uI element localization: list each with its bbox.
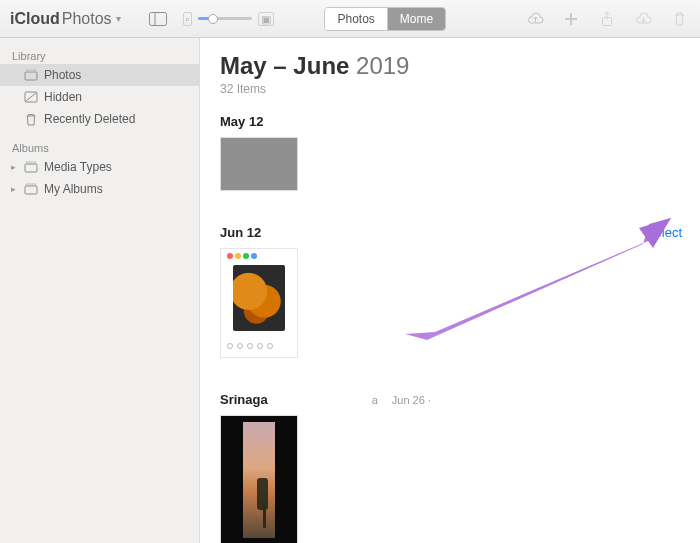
photo-thumbnail[interactable]	[220, 248, 298, 358]
upload-cloud-icon[interactable]	[524, 10, 546, 28]
sidebar-item-label: Media Types	[44, 160, 112, 174]
trash-icon	[24, 112, 38, 126]
svg-rect-0	[149, 12, 166, 25]
sidebar-item-recently-deleted[interactable]: ▸ Recently Deleted	[0, 108, 199, 130]
view-segmented-control: Photos Mome	[324, 7, 446, 31]
sidebar-item-label: Hidden	[44, 90, 82, 104]
sidebar-item-hidden[interactable]: ▸ Hidden	[0, 86, 199, 108]
app-name-rest: Photos	[62, 10, 112, 28]
content: May – June 2019 32 Items May 12 Jun 12 S…	[200, 38, 700, 543]
app-title[interactable]: iCloud Photos ▾	[10, 10, 121, 28]
svg-rect-9	[25, 186, 37, 194]
svg-rect-7	[25, 164, 37, 172]
toolbar-right	[524, 10, 690, 28]
album-icon	[24, 182, 38, 196]
sidebar-item-label: My Albums	[44, 182, 103, 196]
view-moments-tab[interactable]: Mome	[387, 8, 445, 30]
svg-line-6	[26, 93, 36, 101]
add-icon[interactable]	[560, 10, 582, 28]
sidebar-item-label: Recently Deleted	[44, 112, 135, 126]
sidebar-section-albums: Albums	[0, 138, 199, 156]
svg-rect-3	[25, 72, 37, 80]
svg-rect-4	[27, 70, 36, 72]
disclosure-icon[interactable]: ▸	[8, 184, 18, 194]
moment-jun-12: Jun 12 Select	[220, 225, 682, 358]
share-icon[interactable]	[596, 10, 618, 28]
moment-may-12: May 12	[220, 114, 682, 191]
select-link[interactable]: Select	[646, 225, 682, 240]
trash-icon[interactable]	[668, 10, 690, 28]
chevron-down-icon: ▾	[116, 13, 121, 24]
moment-sub-a: a	[372, 394, 378, 406]
zoom-out-icon[interactable]: ▫	[183, 12, 193, 26]
moment-sub-date: Jun 26 ·	[392, 394, 431, 406]
album-icon	[24, 160, 38, 174]
sidebar-toggle-icon[interactable]	[147, 10, 169, 28]
sidebar-section-library: Library	[0, 46, 199, 64]
moment-title: May 12	[220, 114, 263, 129]
moment-srinagar: Srinaga a Jun 26 ·	[220, 392, 682, 543]
sidebar-item-label: Photos	[44, 68, 81, 82]
main: Library ▸ Photos ▸ Hidden ▸ Recently Del…	[0, 38, 700, 543]
svg-rect-10	[27, 184, 36, 186]
moment-title: Jun 12	[220, 225, 261, 240]
sidebar-item-photos[interactable]: ▸ Photos	[0, 64, 199, 86]
item-count: 32 Items	[220, 82, 682, 96]
download-cloud-icon[interactable]	[632, 10, 654, 28]
moment-title: Srinaga	[220, 392, 268, 407]
sidebar: Library ▸ Photos ▸ Hidden ▸ Recently Del…	[0, 38, 200, 543]
disclosure-icon[interactable]: ▸	[8, 162, 18, 172]
zoom-track[interactable]	[198, 17, 252, 20]
sidebar-item-my-albums[interactable]: ▸ My Albums	[0, 178, 199, 200]
date-range-title: May – June 2019	[220, 52, 682, 80]
svg-rect-8	[27, 162, 36, 164]
toolbar: iCloud Photos ▾ ▫ ▣ Photos Mome	[0, 0, 700, 38]
zoom-slider[interactable]: ▫ ▣	[183, 12, 275, 26]
photos-stack-icon	[24, 68, 38, 82]
sidebar-item-media-types[interactable]: ▸ Media Types	[0, 156, 199, 178]
date-range-year: 2019	[356, 52, 409, 79]
app-name-bold: iCloud	[10, 10, 60, 28]
date-range-months: May – June	[220, 52, 349, 79]
photo-thumbnail[interactable]	[220, 415, 298, 543]
zoom-in-icon[interactable]: ▣	[258, 12, 274, 26]
photo-thumbnail[interactable]	[220, 137, 298, 191]
hidden-icon	[24, 90, 38, 104]
view-photos-tab[interactable]: Photos	[325, 8, 386, 30]
zoom-thumb[interactable]	[208, 14, 218, 24]
